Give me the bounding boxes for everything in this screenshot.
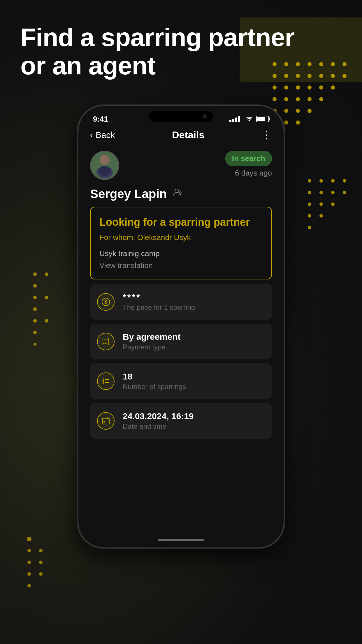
svg-point-33	[319, 179, 323, 183]
signal-icon	[229, 116, 242, 122]
svg-point-37	[319, 191, 323, 194]
svg-point-34	[331, 179, 335, 183]
camera-dot	[203, 114, 207, 118]
dots-mid-right	[304, 175, 356, 262]
sparrings-card: 1 2 18 Number of sparrings	[90, 363, 272, 399]
name-row: Sergey Lapin	[90, 183, 272, 207]
svg-point-31	[296, 120, 300, 125]
svg-point-28	[307, 109, 312, 113]
svg-point-49	[33, 296, 37, 299]
svg-point-63	[27, 584, 31, 587]
svg-point-16	[296, 85, 300, 90]
svg-point-67	[99, 166, 110, 176]
svg-point-2	[296, 62, 300, 66]
svg-point-43	[308, 214, 311, 218]
sparrings-label: Number of sparrings	[123, 383, 186, 391]
price-value: ****	[123, 292, 195, 302]
looking-for-title: Looking for a sparring partner	[99, 216, 263, 228]
looking-for-title-prefix: Looking for a sparring	[99, 216, 214, 228]
svg-point-65	[100, 155, 110, 165]
battery-icon	[256, 116, 269, 122]
svg-point-40	[308, 202, 311, 206]
datetime-value: 24.03.2024, 16:19	[123, 411, 194, 421]
svg-point-53	[45, 319, 48, 323]
payment-card: By agreement Payment type	[90, 324, 272, 359]
svg-point-11	[319, 74, 323, 78]
datetime-label: Date and time	[123, 422, 194, 430]
status-time: 9:41	[93, 115, 108, 124]
svg-point-52	[33, 319, 37, 323]
svg-point-19	[331, 85, 335, 90]
dots-left	[29, 262, 52, 379]
phone-frame: 9:41	[78, 105, 284, 548]
svg-point-27	[296, 109, 300, 113]
profile-name: Sergey Lapin	[90, 187, 167, 201]
svg-point-38	[331, 191, 335, 194]
svg-point-62	[39, 572, 43, 576]
price-card: $ **** The price for 1 sparring	[90, 284, 272, 320]
sparrings-text: 18 Number of sparrings	[123, 372, 186, 391]
svg-point-57	[27, 549, 31, 552]
description-text: Usyk trainig camp	[99, 248, 263, 259]
svg-point-42	[331, 202, 335, 206]
in-search-badge: In search	[225, 151, 272, 166]
svg-point-68	[175, 189, 178, 192]
svg-point-5	[331, 62, 335, 66]
receipt-icon	[97, 333, 115, 350]
svg-point-36	[308, 191, 311, 194]
svg-point-39	[343, 191, 346, 194]
svg-point-23	[307, 97, 312, 101]
svg-point-18	[319, 85, 323, 90]
svg-point-46	[33, 272, 37, 276]
svg-rect-84	[103, 421, 105, 423]
home-indicator	[78, 536, 284, 547]
power-button	[284, 179, 284, 214]
svg-point-21	[284, 97, 288, 101]
phone-notch	[149, 111, 213, 122]
more-menu-button[interactable]: ⋮	[261, 130, 272, 140]
time-ago-label: 6 days ago	[235, 169, 272, 178]
phone-screen: 9:41	[78, 106, 284, 547]
page-title-line2: or an agent	[20, 52, 294, 80]
svg-point-61	[27, 572, 31, 576]
for-whom-row: For whom: Oleksandr Usyk	[99, 233, 263, 242]
svg-point-41	[319, 202, 323, 206]
payment-text: By agreement Payment type	[123, 332, 180, 351]
svg-point-15	[284, 85, 288, 90]
svg-point-22	[296, 97, 300, 101]
datetime-card: 24.03.2024, 16:19 Date and time	[90, 403, 272, 439]
svg-point-30	[284, 120, 288, 125]
svg-point-48	[33, 284, 37, 288]
payment-label: Payment type	[123, 343, 180, 351]
profile-type-icon	[172, 188, 182, 200]
svg-point-20	[273, 97, 277, 101]
back-label: Back	[96, 130, 115, 140]
svg-point-56	[27, 537, 31, 541]
svg-point-35	[343, 179, 346, 183]
svg-point-45	[308, 226, 311, 229]
nav-title: Details	[172, 129, 205, 141]
volume-up-button	[78, 164, 78, 188]
svg-point-14	[273, 85, 277, 90]
svg-text:2: 2	[102, 381, 104, 384]
avatar	[90, 151, 119, 180]
payment-value: By agreement	[123, 332, 180, 342]
page-title-area: Find a sparring partner or an agent	[20, 23, 294, 80]
volume-down-button	[78, 196, 78, 220]
svg-point-13	[342, 74, 347, 78]
svg-point-26	[284, 109, 288, 113]
price-text: **** The price for 1 sparring	[123, 292, 195, 312]
svg-point-58	[39, 549, 43, 552]
looking-for-title-highlight: partner	[214, 216, 250, 228]
svg-point-59	[27, 561, 31, 564]
for-whom-value: Oleksandr Usyk	[137, 233, 191, 242]
back-button[interactable]: ‹ Back	[90, 130, 115, 140]
svg-point-24	[319, 97, 323, 101]
svg-point-6	[342, 62, 347, 66]
svg-point-10	[307, 74, 312, 78]
svg-point-32	[308, 179, 311, 183]
looking-for-card: Looking for a sparring partner For whom:…	[90, 207, 272, 279]
view-translation-link[interactable]: View translation	[99, 261, 263, 270]
svg-point-55	[34, 343, 36, 346]
svg-point-12	[331, 74, 335, 78]
